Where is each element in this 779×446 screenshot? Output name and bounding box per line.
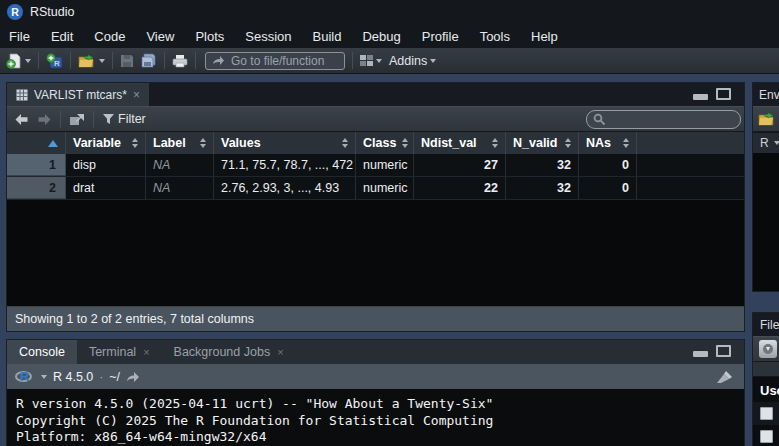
tab-console[interactable]: Console: [7, 340, 77, 364]
column-label: Ndist_val: [421, 136, 477, 150]
tab-close-icon[interactable]: ×: [143, 346, 149, 358]
goto-file-input[interactable]: Go to file/function: [205, 52, 345, 70]
save-icon: [120, 54, 134, 68]
language-label: R: [760, 136, 769, 150]
forward-arrow-icon[interactable]: [37, 113, 52, 126]
cell-nas: 0: [579, 177, 637, 199]
search-icon: [593, 113, 606, 126]
r-version-caret-icon[interactable]: [41, 375, 47, 379]
goto-working-dir-icon[interactable]: [126, 371, 140, 382]
files-pane: Files User: [752, 312, 779, 446]
column-header-variable[interactable]: Variable: [66, 132, 146, 154]
new-file-button[interactable]: [6, 53, 31, 69]
row-number-cell: 2: [7, 177, 66, 199]
checkbox[interactable]: [760, 407, 773, 420]
menu-build[interactable]: Build: [313, 29, 342, 44]
files-tabstrip: Files: [753, 313, 779, 336]
menu-code[interactable]: Code: [94, 29, 125, 44]
column-label: Label: [153, 136, 186, 150]
install-package-icon[interactable]: [759, 340, 777, 358]
table-row[interactable]: 2 drat NA 2.76, 2.93, 3, ..., 4.93 numer…: [7, 177, 744, 200]
sort-icon: [342, 138, 348, 148]
files-column-header: [753, 362, 779, 377]
files-toolbar: [753, 336, 779, 362]
menu-plots[interactable]: Plots: [195, 29, 224, 44]
cell-n-valid: 32: [506, 177, 579, 199]
title-bar: R RStudio: [0, 0, 779, 24]
console-output[interactable]: R version 4.5.0 (2025-04-11 ucrt) -- "Ho…: [7, 389, 744, 446]
minimize-pane-icon[interactable]: [693, 351, 708, 357]
cell-n-valid: 32: [506, 154, 579, 176]
cell-class: numeric: [356, 154, 414, 176]
console-line: Copyright (C) 2025 The R Foundation for …: [16, 413, 735, 430]
menu-profile[interactable]: Profile: [422, 29, 459, 44]
sort-icon: [492, 138, 498, 148]
print-button[interactable]: [172, 54, 188, 68]
maximize-pane-icon[interactable]: [716, 88, 731, 100]
menu-debug[interactable]: Debug: [362, 29, 400, 44]
filter-button[interactable]: Filter: [102, 112, 146, 126]
tab-files[interactable]: Files: [753, 313, 779, 336]
addins-button[interactable]: Addins: [389, 54, 436, 68]
environment-language-selector[interactable]: R: [753, 132, 779, 153]
clear-console-broom-icon[interactable]: [716, 370, 734, 384]
new-project-button[interactable]: R: [46, 53, 63, 69]
environment-empty-area: [753, 153, 779, 291]
tab-varlist-mtcars[interactable]: VARLIST mtcars* ×: [7, 83, 149, 106]
column-header-label[interactable]: Label: [146, 132, 214, 154]
list-item[interactable]: [753, 402, 779, 425]
open-file-button[interactable]: [78, 54, 105, 68]
menu-file[interactable]: File: [9, 29, 30, 44]
column-header-n-valid[interactable]: N_valid: [506, 132, 579, 154]
open-in-new-window-icon[interactable]: [69, 113, 85, 126]
minimize-pane-icon[interactable]: [693, 94, 708, 100]
source-tabstrip: VARLIST mtcars* ×: [7, 83, 744, 106]
menu-bar: File Edit Code View Plots Session Build …: [0, 24, 779, 48]
tab-background-jobs[interactable]: Background Jobs ×: [162, 340, 296, 364]
load-workspace-folder-icon[interactable]: [758, 112, 776, 126]
table-search-input[interactable]: [610, 113, 728, 127]
tab-label: Files: [760, 318, 779, 332]
save-all-button[interactable]: [141, 53, 157, 68]
menu-view[interactable]: View: [146, 29, 174, 44]
tab-environment[interactable]: Envir: [753, 83, 779, 106]
main-toolbar: R: [0, 48, 779, 74]
menu-help[interactable]: Help: [531, 29, 558, 44]
toolbar-separator: [164, 52, 165, 69]
checkbox[interactable]: [760, 430, 773, 443]
column-header-values[interactable]: Values: [214, 132, 356, 154]
save-button[interactable]: [120, 54, 134, 68]
table-search-box[interactable]: [586, 110, 741, 129]
pane-layout-button[interactable]: [360, 55, 382, 66]
back-arrow-icon[interactable]: [14, 113, 29, 126]
column-header-class[interactable]: Class: [356, 132, 414, 154]
goto-arrow-icon: [212, 55, 225, 67]
menu-tools[interactable]: Tools: [480, 29, 510, 44]
toolbar-separator: [352, 52, 353, 69]
console-line: Platform: x86_64-w64-mingw32/x64: [16, 429, 735, 446]
environment-tabstrip: Envir: [753, 83, 779, 106]
filter-label: Filter: [118, 112, 146, 126]
tab-close-icon[interactable]: ×: [277, 346, 283, 358]
menu-edit[interactable]: Edit: [51, 29, 73, 44]
table-empty-area: [7, 200, 744, 306]
menu-session[interactable]: Session: [245, 29, 291, 44]
toolbar-separator: [93, 111, 94, 128]
tab-title: VARLIST mtcars*: [34, 88, 127, 102]
sort-icon: [132, 138, 138, 148]
column-header-ndist-val[interactable]: Ndist_val: [414, 132, 506, 154]
maximize-pane-icon[interactable]: [716, 345, 731, 357]
column-header-rownum[interactable]: [7, 132, 66, 154]
tab-close-icon[interactable]: ×: [133, 89, 140, 101]
table-row[interactable]: 1 disp NA 71.1, 75.7, 78.7, ..., 472 num…: [7, 154, 744, 177]
list-item[interactable]: [753, 425, 779, 446]
toolbar-separator: [60, 111, 61, 128]
tab-terminal[interactable]: Terminal ×: [77, 340, 162, 364]
toolbar-separator: [112, 52, 113, 69]
workspace: VARLIST mtcars* ×: [0, 74, 779, 446]
console-toolbar: R R 4.5.0 · ~/: [7, 364, 744, 389]
library-section-title: User: [753, 377, 779, 402]
sort-icon: [623, 138, 629, 148]
column-header-nas[interactable]: NAs: [579, 132, 637, 154]
cell-variable: disp: [66, 154, 146, 176]
